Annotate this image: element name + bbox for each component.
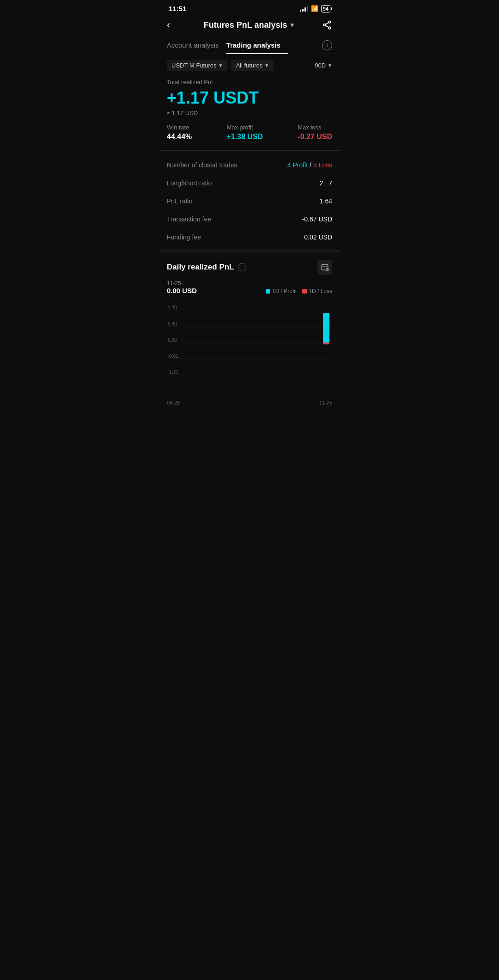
- wifi-icon: 📶: [311, 5, 318, 12]
- chart-selected-amount: 0.00 USD: [167, 287, 197, 294]
- chart-x-labels: 08-28 11-25: [159, 398, 340, 405]
- daily-pnl-chart[interactable]: 1.20 0.60 0.00 -0.61 -1.21: [159, 296, 340, 398]
- chart-x-label-start: 08-28: [167, 400, 180, 405]
- chart-meta-row: 11-25 0.00 USD 1D / Profit 1D / Loss: [159, 280, 340, 296]
- pnl-label: Total realized PnL: [167, 79, 332, 86]
- chart-bar-profit: [323, 313, 329, 343]
- status-right: 📶 94: [300, 5, 330, 12]
- trade-row: Transaction fee -0.67 USD: [167, 210, 332, 228]
- chevron-down-icon: ▼: [328, 63, 332, 68]
- tab-bar: Account analysis Trading analysis i: [159, 37, 340, 54]
- daily-pnl-section: Daily realized PnL i: [159, 252, 340, 275]
- page-title: Futures PnL analysis ▼: [204, 20, 296, 30]
- daily-title-row: Daily realized PnL i: [167, 263, 246, 272]
- svg-text:0.60: 0.60: [168, 321, 177, 326]
- divider: [159, 150, 340, 151]
- legend-profit: 1D / Profit: [266, 288, 297, 294]
- chart-selected-date: 11-25: [167, 280, 197, 287]
- calendar-icon[interactable]: [317, 260, 332, 275]
- pnl-value: +1.17 USDT: [167, 88, 332, 108]
- chart-x-label-end: 11-25: [319, 400, 332, 405]
- share-button[interactable]: [317, 20, 332, 30]
- trade-row: PnL ratio 1.64: [167, 192, 332, 210]
- trade-details: Number of closed trades 4 Profit / 5 Los…: [159, 153, 340, 250]
- chevron-down-icon: ▼: [264, 63, 269, 68]
- chart-bar-loss-marker: [323, 343, 329, 344]
- profit-dot: [266, 289, 270, 294]
- trade-row: Number of closed trades 4 Profit / 5 Los…: [167, 156, 332, 174]
- chevron-down-icon: ▼: [219, 63, 223, 68]
- win-rate-stat: Win rate 44.44%: [167, 124, 192, 141]
- loss-dot: [302, 289, 307, 294]
- pnl-section: Total realized PnL +1.17 USDT ≈ 1.17 USD…: [159, 77, 340, 148]
- max-loss-stat: Max loss -0.27 USD: [298, 124, 332, 141]
- svg-point-1: [323, 24, 326, 26]
- title-chevron[interactable]: ▼: [289, 21, 295, 29]
- status-bar: 11:51 📶 94: [159, 0, 340, 15]
- futures-type-filter[interactable]: USDT-M Futures ▼: [167, 60, 227, 71]
- stats-row: Win rate 44.44% Max profit +1.38 USD Max…: [167, 124, 332, 141]
- legend-loss: 1D / Loss: [302, 288, 332, 294]
- svg-text:-1.21: -1.21: [168, 370, 178, 375]
- period-filter[interactable]: 90D ▼: [315, 62, 332, 69]
- svg-point-0: [329, 21, 331, 23]
- svg-text:-0.61: -0.61: [168, 354, 178, 359]
- daily-header: Daily realized PnL i: [167, 260, 332, 275]
- svg-line-3: [326, 23, 329, 24]
- battery: 94: [321, 5, 330, 12]
- info-button[interactable]: i: [322, 40, 332, 50]
- daily-title: Daily realized PnL: [167, 263, 234, 272]
- svg-text:0.00: 0.00: [168, 337, 177, 343]
- title-text: Futures PnL analysis: [204, 20, 287, 30]
- trade-row: Funding fee 0.02 USD: [167, 228, 332, 246]
- svg-text:1.20: 1.20: [168, 305, 177, 310]
- signal-icon: [300, 6, 308, 12]
- header: ‹ Futures PnL analysis ▼: [159, 15, 340, 37]
- pnl-approx: ≈ 1.17 USD: [167, 110, 332, 116]
- chart-svg: 1.20 0.60 0.00 -0.61 -1.21: [167, 296, 332, 389]
- svg-line-4: [326, 25, 329, 27]
- tab-account[interactable]: Account analysis: [167, 37, 226, 54]
- tab-trading[interactable]: Trading analysis: [226, 37, 288, 54]
- time: 11:51: [169, 5, 186, 12]
- futures-scope-filter[interactable]: All futures ▼: [231, 60, 274, 71]
- filters-bar: USDT-M Futures ▼ All futures ▼ 90D ▼: [159, 54, 340, 77]
- chart-legend: 1D / Profit 1D / Loss: [266, 288, 332, 294]
- svg-point-2: [329, 27, 331, 29]
- max-profit-stat: Max profit +1.38 USD: [226, 124, 263, 141]
- trade-row: Long/short ratio 2 : 7: [167, 174, 332, 192]
- daily-info-button[interactable]: i: [238, 263, 246, 271]
- back-button[interactable]: ‹: [167, 19, 182, 31]
